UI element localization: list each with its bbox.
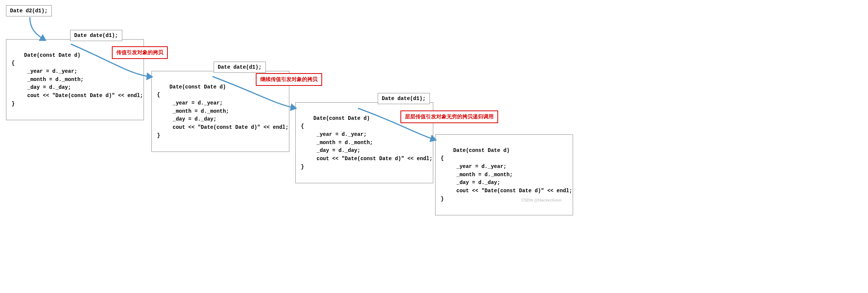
date-call-1-text: Date date(d1); <box>74 32 118 38</box>
date-call-1: Date date(d1); <box>70 30 122 41</box>
func-body-4-text: Date(const Date d) { _year = d._year; _m… <box>441 147 572 202</box>
date-call-3: Date date(d1); <box>378 93 430 104</box>
diagram-canvas: Date d2(d1); Date(const Date d) { _year … <box>0 0 868 293</box>
date-call-3-text: Date date(d1); <box>382 96 426 102</box>
annotation-3: 层层传值引发对象无穷的拷贝递归调用 <box>400 110 498 123</box>
func-body-4: Date(const Date d) { _year = d._year; _m… <box>435 134 573 215</box>
initial-call-box: Date d2(d1); <box>6 5 52 16</box>
date-call-2-text: Date date(d1); <box>218 64 262 70</box>
annotation-2: 继续传值引发对象的拷贝 <box>256 73 322 86</box>
watermark: CSDN @HackerKevn <box>521 198 562 202</box>
func-body-3-text: Date(const Date d) { _year = d._year; _m… <box>301 115 433 170</box>
annotation-1: 传值引发对象的拷贝 <box>112 46 168 59</box>
date-call-2: Date date(d1); <box>214 62 266 73</box>
watermark-text: CSDN @HackerKevn <box>521 198 562 202</box>
func-body-2-text: Date(const Date d) { _year = d._year; _m… <box>157 84 289 138</box>
func-body-1-text: Date(const Date d) { _year = d._year; _m… <box>12 52 143 107</box>
annotation-3-text: 层层传值引发对象无穷的拷贝递归调用 <box>405 113 494 119</box>
annotation-2-text: 继续传值引发对象的拷贝 <box>260 76 318 82</box>
initial-call-text: Date d2(d1); <box>10 8 48 14</box>
annotation-1-text: 传值引发对象的拷贝 <box>116 49 163 55</box>
